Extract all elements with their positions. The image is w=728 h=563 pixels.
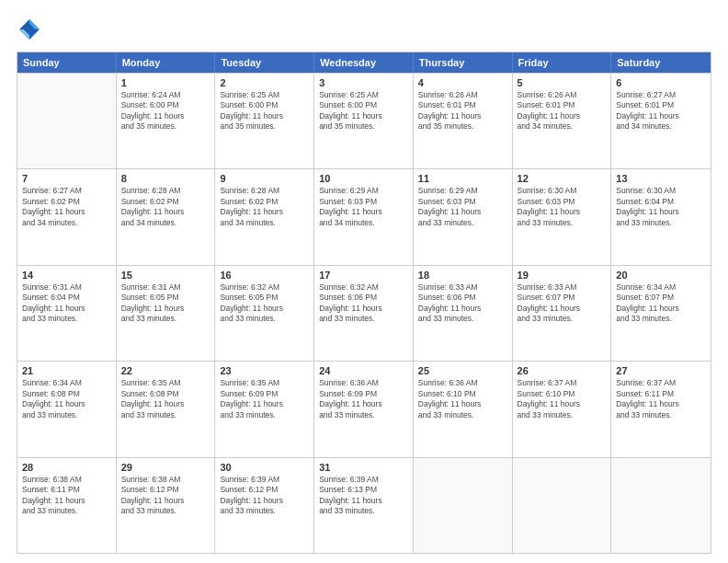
cal-cell-25: 25Sunrise: 6:36 AM Sunset: 6:10 PM Dayli…	[414, 362, 513, 456]
cal-cell-23: 23Sunrise: 6:35 AM Sunset: 6:09 PM Dayli…	[215, 362, 314, 456]
day-info: Sunrise: 6:35 AM Sunset: 6:08 PM Dayligh…	[121, 378, 210, 420]
day-number: 3	[319, 77, 408, 88]
logo-icon	[17, 17, 42, 42]
day-number: 15	[121, 270, 210, 281]
week-row-5: 28Sunrise: 6:38 AM Sunset: 6:11 PM Dayli…	[17, 457, 711, 553]
cal-cell-8: 8Sunrise: 6:28 AM Sunset: 6:02 PM Daylig…	[117, 169, 216, 264]
cal-cell-31: 31Sunrise: 6:39 AM Sunset: 6:13 PM Dayli…	[314, 458, 414, 553]
week-row-2: 7Sunrise: 6:27 AM Sunset: 6:02 PM Daylig…	[17, 168, 711, 264]
day-info: Sunrise: 6:32 AM Sunset: 6:06 PM Dayligh…	[319, 282, 408, 325]
day-number: 18	[418, 270, 507, 281]
cal-cell-9: 9Sunrise: 6:28 AM Sunset: 6:02 PM Daylig…	[215, 169, 314, 264]
cal-cell-15: 15Sunrise: 6:31 AM Sunset: 6:05 PM Dayli…	[117, 266, 216, 361]
day-number: 14	[22, 270, 111, 281]
day-info: Sunrise: 6:26 AM Sunset: 6:01 PM Dayligh…	[418, 90, 507, 132]
day-number: 8	[121, 173, 210, 184]
cal-cell-20: 20Sunrise: 6:34 AM Sunset: 6:07 PM Dayli…	[611, 266, 711, 361]
day-number: 28	[22, 462, 111, 473]
day-number: 23	[220, 365, 309, 376]
day-number: 1	[121, 77, 210, 88]
cal-cell-27: 27Sunrise: 6:37 AM Sunset: 6:11 PM Dayli…	[611, 362, 711, 456]
cal-cell-19: 19Sunrise: 6:33 AM Sunset: 6:07 PM Dayli…	[513, 266, 612, 361]
calendar-header: SundayMondayTuesdayWednesdayThursdayFrid…	[17, 52, 711, 73]
day-number: 25	[418, 365, 507, 376]
day-info: Sunrise: 6:36 AM Sunset: 6:10 PM Dayligh…	[418, 378, 507, 420]
day-info: Sunrise: 6:34 AM Sunset: 6:07 PM Dayligh…	[616, 282, 706, 325]
cal-cell-1: 1Sunrise: 6:24 AM Sunset: 6:00 PM Daylig…	[117, 74, 216, 168]
calendar-body: 1Sunrise: 6:24 AM Sunset: 6:00 PM Daylig…	[17, 73, 711, 553]
day-info: Sunrise: 6:37 AM Sunset: 6:10 PM Dayligh…	[518, 378, 607, 420]
day-info: Sunrise: 6:29 AM Sunset: 6:03 PM Dayligh…	[319, 186, 408, 228]
week-row-3: 14Sunrise: 6:31 AM Sunset: 6:04 PM Dayli…	[17, 265, 711, 361]
cal-cell-14: 14Sunrise: 6:31 AM Sunset: 6:04 PM Dayli…	[17, 266, 117, 361]
day-number: 17	[319, 270, 408, 281]
header	[17, 17, 711, 42]
day-number: 6	[616, 77, 706, 88]
day-number: 30	[220, 462, 309, 473]
header-cell-tuesday: Tuesday	[215, 52, 314, 73]
day-info: Sunrise: 6:30 AM Sunset: 6:04 PM Dayligh…	[616, 186, 706, 228]
cal-cell-10: 10Sunrise: 6:29 AM Sunset: 6:03 PM Dayli…	[314, 169, 414, 264]
header-cell-friday: Friday	[513, 52, 612, 73]
day-number: 27	[616, 365, 706, 376]
cal-cell-5: 5Sunrise: 6:26 AM Sunset: 6:01 PM Daylig…	[513, 74, 612, 168]
week-row-1: 1Sunrise: 6:24 AM Sunset: 6:00 PM Daylig…	[17, 73, 711, 168]
cal-cell-18: 18Sunrise: 6:33 AM Sunset: 6:06 PM Dayli…	[414, 266, 513, 361]
day-info: Sunrise: 6:28 AM Sunset: 6:02 PM Dayligh…	[220, 186, 309, 228]
day-number: 24	[319, 365, 408, 376]
day-info: Sunrise: 6:35 AM Sunset: 6:09 PM Dayligh…	[220, 378, 309, 420]
cal-cell-17: 17Sunrise: 6:32 AM Sunset: 6:06 PM Dayli…	[314, 266, 414, 361]
header-cell-wednesday: Wednesday	[314, 52, 414, 73]
day-info: Sunrise: 6:30 AM Sunset: 6:03 PM Dayligh…	[518, 186, 607, 228]
cal-cell-empty-0	[17, 74, 117, 168]
header-cell-sunday: Sunday	[17, 52, 117, 73]
day-number: 4	[418, 77, 507, 88]
cal-cell-empty-5	[513, 458, 612, 553]
header-cell-thursday: Thursday	[414, 52, 513, 73]
day-number: 11	[418, 173, 507, 184]
day-number: 16	[220, 270, 309, 281]
cal-cell-29: 29Sunrise: 6:38 AM Sunset: 6:12 PM Dayli…	[117, 458, 216, 553]
cal-cell-4: 4Sunrise: 6:26 AM Sunset: 6:01 PM Daylig…	[414, 74, 513, 168]
day-info: Sunrise: 6:38 AM Sunset: 6:11 PM Dayligh…	[22, 475, 111, 517]
day-info: Sunrise: 6:28 AM Sunset: 6:02 PM Dayligh…	[121, 186, 210, 228]
cal-cell-24: 24Sunrise: 6:36 AM Sunset: 6:09 PM Dayli…	[314, 362, 414, 456]
day-number: 20	[616, 270, 706, 281]
day-info: Sunrise: 6:37 AM Sunset: 6:11 PM Dayligh…	[616, 378, 706, 420]
cal-cell-28: 28Sunrise: 6:38 AM Sunset: 6:11 PM Dayli…	[17, 458, 117, 553]
day-number: 13	[616, 173, 706, 184]
day-number: 9	[220, 173, 309, 184]
page: SundayMondayTuesdayWednesdayThursdayFrid…	[0, 0, 728, 563]
day-info: Sunrise: 6:29 AM Sunset: 6:03 PM Dayligh…	[418, 186, 507, 228]
day-info: Sunrise: 6:39 AM Sunset: 6:12 PM Dayligh…	[220, 475, 309, 517]
cal-cell-30: 30Sunrise: 6:39 AM Sunset: 6:12 PM Dayli…	[215, 458, 314, 553]
day-info: Sunrise: 6:31 AM Sunset: 6:05 PM Dayligh…	[121, 282, 210, 325]
cal-cell-11: 11Sunrise: 6:29 AM Sunset: 6:03 PM Dayli…	[414, 169, 513, 264]
day-number: 29	[121, 462, 210, 473]
cal-cell-16: 16Sunrise: 6:32 AM Sunset: 6:05 PM Dayli…	[215, 266, 314, 361]
day-info: Sunrise: 6:39 AM Sunset: 6:13 PM Dayligh…	[319, 475, 408, 517]
day-info: Sunrise: 6:31 AM Sunset: 6:04 PM Dayligh…	[22, 282, 111, 325]
day-info: Sunrise: 6:32 AM Sunset: 6:05 PM Dayligh…	[220, 282, 309, 325]
cal-cell-empty-4	[414, 458, 513, 553]
cal-cell-3: 3Sunrise: 6:25 AM Sunset: 6:00 PM Daylig…	[314, 74, 414, 168]
day-info: Sunrise: 6:36 AM Sunset: 6:09 PM Dayligh…	[319, 378, 408, 420]
day-info: Sunrise: 6:33 AM Sunset: 6:07 PM Dayligh…	[518, 282, 607, 325]
header-cell-monday: Monday	[117, 52, 216, 73]
header-cell-saturday: Saturday	[611, 52, 711, 73]
day-info: Sunrise: 6:27 AM Sunset: 6:01 PM Dayligh…	[616, 90, 706, 132]
cal-cell-7: 7Sunrise: 6:27 AM Sunset: 6:02 PM Daylig…	[17, 169, 117, 264]
day-number: 31	[319, 462, 408, 473]
day-info: Sunrise: 6:26 AM Sunset: 6:01 PM Dayligh…	[518, 90, 607, 132]
cal-cell-21: 21Sunrise: 6:34 AM Sunset: 6:08 PM Dayli…	[17, 362, 117, 456]
day-number: 7	[22, 173, 111, 184]
cal-cell-26: 26Sunrise: 6:37 AM Sunset: 6:10 PM Dayli…	[513, 362, 612, 456]
day-number: 12	[518, 173, 607, 184]
day-info: Sunrise: 6:38 AM Sunset: 6:12 PM Dayligh…	[121, 475, 210, 517]
day-number: 21	[22, 365, 111, 376]
cal-cell-2: 2Sunrise: 6:25 AM Sunset: 6:00 PM Daylig…	[215, 74, 314, 168]
day-info: Sunrise: 6:27 AM Sunset: 6:02 PM Dayligh…	[22, 186, 111, 228]
day-info: Sunrise: 6:24 AM Sunset: 6:00 PM Dayligh…	[121, 90, 210, 132]
day-number: 22	[121, 365, 210, 376]
day-number: 19	[518, 270, 607, 281]
